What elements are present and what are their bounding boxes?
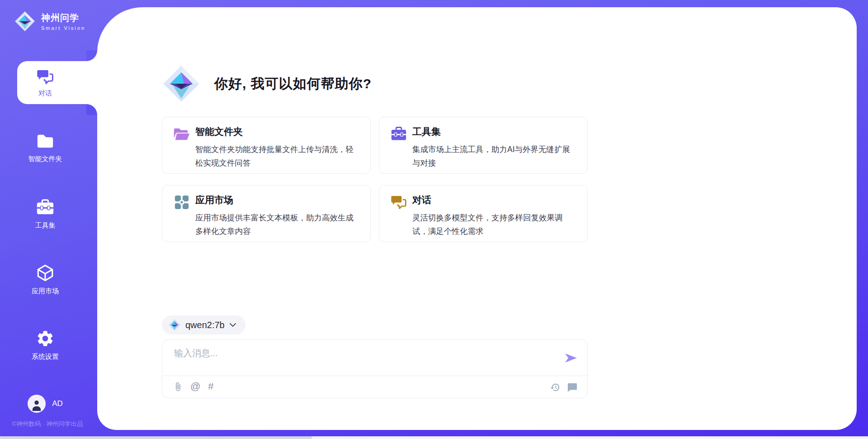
horizontal-scrollbar[interactable] (0, 436, 868, 439)
sidebar-item-app-market[interactable]: 应用市场 (0, 263, 90, 296)
content-area: 你好, 我可以如何帮助你? 智能文件夹 智能文件夹功能支持批量文件上传与清洗，轻… (162, 0, 588, 439)
sidebar-item-smart-folder[interactable]: 智能文件夹 (0, 131, 90, 163)
gem-logo-icon (14, 10, 36, 33)
feature-cards: 智能文件夹 智能文件夹功能支持批量文件上传与清洗，轻松实现文件问答 工具集 集成… (162, 117, 588, 242)
sidebar-item-label: 应用市场 (32, 287, 59, 296)
toolbox-icon (36, 198, 55, 217)
card-desc: 集成市场上主流工具，助力AI与外界无缝扩展与对接 (412, 143, 576, 170)
card-app-market[interactable]: 应用市场 应用市场提供丰富长文本模板，助力高效生成多样化文章内容 (162, 185, 371, 242)
gear-icon (36, 329, 55, 348)
card-title: 工具集 (412, 125, 576, 138)
composer-tools: @ # (173, 382, 214, 391)
composer-right-tools (550, 382, 577, 392)
sidebar-item-label: 工具集 (35, 221, 56, 230)
model-name: qwen2:7b (185, 320, 225, 330)
app-subtitle: Smart Vision (41, 25, 85, 31)
greeting-text: 你好, 我可以如何帮助你? (214, 75, 372, 93)
gem-logo-icon (168, 319, 181, 331)
card-title: 应用市场 (195, 194, 359, 206)
greeting: 你好, 我可以如何帮助你? (162, 64, 372, 103)
model-selector[interactable]: qwen2:7b (162, 315, 245, 334)
sidebar: 神州问学 Smart Vision 对话 智能文件夹 工具集 (0, 0, 97, 439)
mention-icon[interactable]: @ (190, 382, 200, 391)
card-toolset[interactable]: 工具集 集成市场上主流工具，助力AI与外界无缝扩展与对接 (379, 117, 588, 174)
hash-icon[interactable]: # (208, 382, 213, 391)
sidebar-item-toolset[interactable]: 工具集 (0, 198, 90, 230)
grid-icon (173, 195, 190, 210)
sidebar-item-settings[interactable]: 系统设置 (0, 329, 90, 361)
scrollbar-thumb[interactable] (0, 436, 312, 439)
avatar[interactable] (28, 395, 46, 413)
person-icon (31, 399, 42, 411)
folder-icon (36, 131, 55, 150)
chat-bubble-icon[interactable] (567, 382, 577, 392)
send-button[interactable] (565, 353, 577, 363)
app-name: 神州问学 (41, 12, 85, 24)
card-title: 对话 (412, 194, 576, 206)
gem-logo-icon (162, 64, 201, 103)
card-desc: 应用市场提供丰富长文本模板，助力高效生成多样化文章内容 (195, 211, 359, 238)
paperclip-icon[interactable] (173, 382, 183, 391)
app-logo: 神州问学 Smart Vision (14, 10, 85, 33)
user-row[interactable]: AD (0, 395, 90, 413)
sidebar-item-label: 系统设置 (32, 353, 59, 361)
history-icon[interactable] (550, 382, 560, 392)
chevron-down-icon (229, 323, 236, 327)
chat-icon (36, 68, 54, 86)
chat-icon (390, 195, 407, 210)
send-icon (565, 353, 577, 363)
card-chat[interactable]: 对话 灵活切换多模型文件，支持多样回复效果调试，满足个性化需求 (379, 185, 588, 242)
card-desc: 智能文件夹功能支持批量文件上传与清洗，轻松实现文件问答 (195, 143, 359, 170)
card-title: 智能文件夹 (195, 125, 359, 138)
folder-open-icon (173, 126, 190, 142)
cube-icon (36, 263, 55, 282)
composer-divider (162, 376, 587, 376)
message-input[interactable] (174, 347, 554, 372)
card-smart-folder[interactable]: 智能文件夹 智能文件夹功能支持批量文件上传与清洗，轻松实现文件问答 (162, 117, 371, 174)
toolbox-icon (390, 126, 407, 142)
composer: @ # (162, 339, 588, 398)
sidebar-item-label: 智能文件夹 (28, 155, 62, 163)
app-title-group: 神州问学 Smart Vision (41, 12, 85, 31)
sidebar-item-chat[interactable]: 对话 (17, 61, 73, 104)
user-name: AD (52, 399, 63, 408)
sidebar-item-label: 对话 (38, 89, 52, 98)
sidebar-footer: ©神州数码 · 神州问学出品 (0, 420, 95, 428)
tab-fillet-bottom (86, 104, 97, 115)
tab-fillet-top (86, 50, 97, 61)
card-desc: 灵活切换多模型文件，支持多样回复效果调试，满足个性化需求 (412, 211, 576, 238)
